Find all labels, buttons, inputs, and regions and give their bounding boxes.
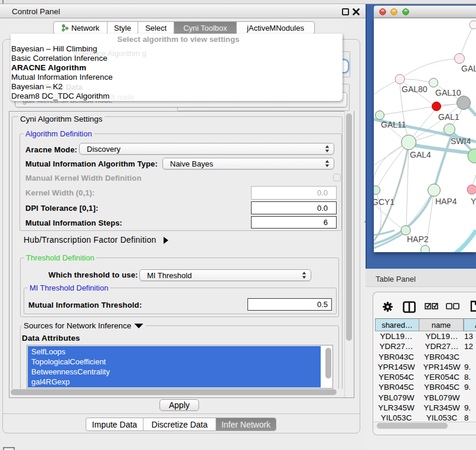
svg-text:GAL1: GAL1	[438, 112, 459, 122]
svg-text:HAP4: HAP4	[435, 197, 457, 206]
svg-text:GAL80: GAL80	[402, 84, 428, 94]
svg-text:SWI4: SWI4	[451, 136, 471, 146]
svg-text:GAL10: GAL10	[435, 88, 461, 97]
svg-text:GCY1: GCY1	[374, 197, 395, 207]
svg-text:GAL11: GAL11	[381, 120, 406, 129]
svg-text:GAL4: GAL4	[410, 150, 431, 159]
svg-text:Y: Y	[471, 197, 476, 206]
svg-text:GAL2: GAL2	[461, 64, 476, 73]
svg-text:HAP2: HAP2	[407, 234, 429, 244]
